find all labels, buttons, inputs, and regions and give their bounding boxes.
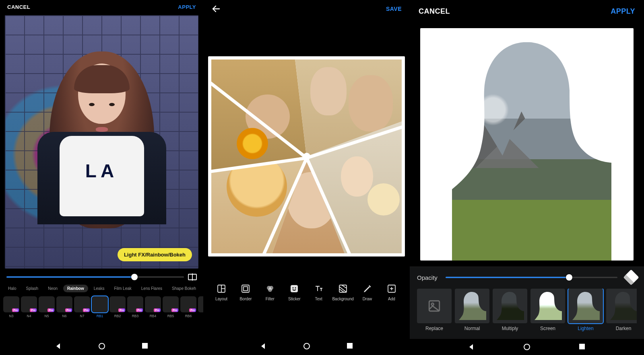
nav-home-icon[interactable] [303, 343, 310, 350]
tool-border[interactable]: Border [235, 284, 256, 301]
svg-point-2 [99, 343, 105, 349]
editor-canvas[interactable]: Light FX/Rainbow/Bokeh [5, 15, 198, 269]
preset-thumb-rb4[interactable]: ProRB4 [145, 296, 161, 318]
nav-back-icon[interactable] [468, 343, 475, 351]
preset-thumb-n3[interactable]: ProN3 [3, 296, 19, 318]
save-button[interactable]: SAVE [386, 6, 402, 12]
svg-rect-8 [242, 285, 249, 292]
svg-point-14 [293, 287, 294, 288]
category-tab-shape-bokeh[interactable]: Shape Bokeh [168, 285, 200, 292]
category-tab-lens-flares[interactable]: Lens Flares [137, 285, 166, 292]
tool-background[interactable]: Background [332, 284, 354, 301]
svg-rect-9 [244, 287, 248, 291]
preset-thumb-n7[interactable]: ProN7 [74, 296, 90, 318]
double-exposure-silhouette [442, 42, 611, 261]
category-tab-film-leak[interactable]: Film Leak [110, 285, 135, 292]
android-nav-bar [410, 339, 644, 355]
cancel-button[interactable]: CANCEL [419, 7, 450, 16]
apply-button[interactable]: APPLY [178, 4, 196, 10]
svg-point-20 [304, 343, 310, 349]
filter-icon [265, 284, 275, 293]
category-tab-splash[interactable]: Splash [22, 285, 43, 292]
blend-mode-darken[interactable]: Darken [606, 289, 637, 331]
blend-mode-lighten[interactable]: Lighten [568, 289, 603, 331]
preset-thumb-rb3[interactable]: ProRB3 [127, 296, 143, 318]
blend-mode-multiply[interactable]: Multiply [493, 289, 527, 331]
category-tab-neon[interactable]: Neon [44, 285, 62, 292]
category-tab-halo[interactable]: Halo [4, 285, 21, 292]
preset-thumb-le1[interactable]: LE1 [198, 296, 203, 318]
nav-recent-icon[interactable] [142, 343, 149, 350]
opacity-slider[interactable] [446, 273, 617, 281]
photo-portrait-girl [50, 47, 154, 265]
effect-breadcrumb-chip: Light FX/Rainbow/Bokeh [118, 248, 192, 261]
tool-filter[interactable]: Filter [259, 284, 281, 301]
blend-mode-replace[interactable]: Replace [417, 289, 452, 331]
svg-rect-13 [291, 285, 298, 292]
tool-layout[interactable]: Layout [211, 284, 232, 301]
svg-point-15 [295, 287, 296, 288]
cancel-button[interactable]: CANCEL [7, 4, 30, 10]
preset-thumb-n6[interactable]: ProN6 [56, 296, 72, 318]
compare-before-after-icon[interactable] [188, 273, 197, 281]
category-tab-leaks[interactable]: Leaks [90, 285, 109, 292]
android-nav-bar [0, 337, 203, 355]
category-tab-rainbow[interactable]: Rainbow [63, 285, 88, 292]
blend-mode-normal[interactable]: Normal [455, 289, 489, 331]
nav-home-icon[interactable] [523, 343, 530, 351]
add-icon [387, 284, 396, 293]
text-icon [314, 284, 324, 293]
nav-back-icon[interactable] [55, 343, 62, 350]
nav-back-icon[interactable] [260, 343, 267, 350]
preset-thumb-n5[interactable]: ProN5 [39, 296, 55, 318]
back-arrow-icon[interactable] [211, 4, 221, 14]
tool-text[interactable]: Text [308, 284, 330, 301]
tool-draw[interactable]: Draw [357, 284, 378, 301]
svg-rect-3 [142, 343, 148, 349]
opacity-label: Opacity [417, 274, 438, 281]
svg-point-12 [268, 288, 272, 292]
svg-rect-21 [347, 343, 353, 349]
blend-mode-strip: ReplaceNormalMultiplyScreenLightenDarken [417, 289, 637, 331]
screen-collage-editor: SAVE LayoutBorderFilterStickerTextBackgr… [203, 0, 410, 355]
effect-category-tabs: HaloSplashNeonRainbowLeaksFilm LeakLens … [0, 283, 203, 294]
svg-rect-27 [579, 344, 585, 349]
background-icon [338, 284, 348, 293]
blend-mode-screen[interactable]: Screen [530, 289, 565, 331]
svg-point-25 [431, 303, 434, 306]
collage-canvas[interactable] [208, 56, 405, 257]
eraser-icon[interactable] [623, 269, 639, 285]
android-nav-bar [203, 337, 410, 355]
nav-recent-icon[interactable] [347, 343, 354, 350]
preset-thumb-rb6[interactable]: ProRB6 [180, 296, 196, 318]
screen-filter-editor: CANCEL APPLY Light FX/Rainbow/Bokeh [0, 0, 203, 355]
tool-sticker[interactable]: Sticker [283, 284, 305, 301]
nav-recent-icon[interactable] [579, 343, 586, 351]
sticker-icon [289, 284, 299, 293]
tool-add[interactable]: Add [381, 284, 402, 301]
nav-home-icon[interactable] [98, 343, 105, 350]
blend-panel: Opacity ReplaceNormalMultiplyScreenLight… [410, 267, 644, 339]
image-placeholder-icon [417, 289, 452, 323]
collage-tool-bar: LayoutBorderFilterStickerTextBackgroundD… [203, 279, 410, 304]
svg-point-26 [524, 344, 530, 350]
preset-thumb-rb2[interactable]: ProRB2 [109, 296, 126, 318]
preset-thumb-n4[interactable]: ProN4 [21, 296, 37, 318]
preset-thumb-rb1[interactable]: RB1 [92, 296, 108, 318]
layout-icon [217, 284, 226, 293]
preset-thumb-rb5[interactable]: ProRB5 [163, 296, 179, 318]
apply-button[interactable]: APPLY [611, 7, 635, 16]
effect-preset-strip: ProN3ProN4ProN5ProN6ProN7RB1ProRB2ProRB3… [0, 294, 203, 320]
draw-icon [363, 284, 372, 293]
screen-double-exposure-editor: CANCEL APPLY Opacity ReplaceNormalM [410, 0, 644, 355]
effect-intensity-slider[interactable] [6, 273, 184, 281]
editor-canvas[interactable] [420, 28, 634, 261]
border-icon [241, 284, 250, 293]
